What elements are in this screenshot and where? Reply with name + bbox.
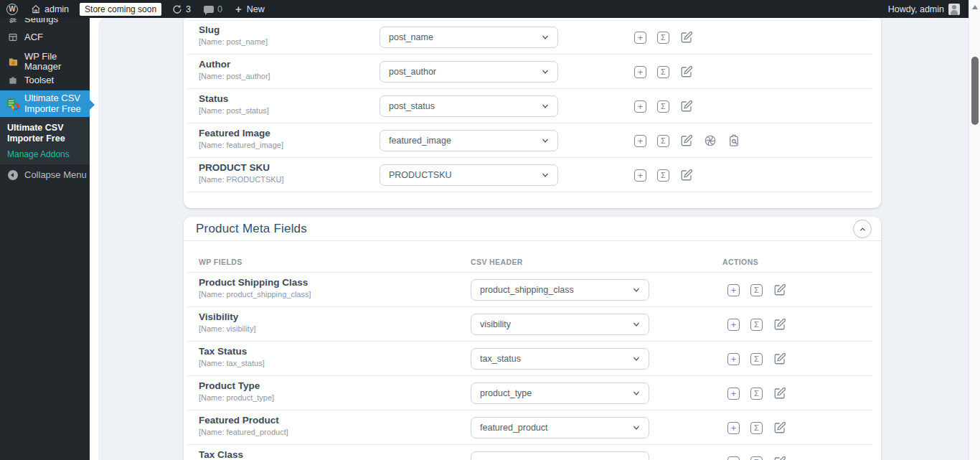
edit-button[interactable]	[773, 352, 786, 365]
edit-button[interactable]	[773, 283, 786, 296]
edit-button[interactable]	[773, 456, 786, 460]
aperture-icon[interactable]	[704, 134, 717, 147]
edit-button[interactable]	[680, 134, 693, 147]
wp-field-label: Status	[199, 93, 269, 104]
featured-image-extra-actions	[704, 134, 740, 147]
add-mapping-button[interactable]: +	[727, 456, 740, 460]
add-mapping-button[interactable]: +	[727, 284, 740, 296]
submenu-item-manage-addons[interactable]: Manage Addons	[7, 149, 83, 159]
comments-indicator[interactable]: 0	[197, 0, 229, 18]
sidebar-item-acf[interactable]: ACF	[0, 28, 90, 47]
formula-button[interactable]: Σ	[750, 422, 763, 434]
formula-button[interactable]: Σ	[657, 66, 669, 78]
field-mapping-row: Status [Name: post_status] post_status +…	[184, 89, 881, 123]
edit-button[interactable]	[680, 31, 693, 44]
wp-field-name: [Name: featured_image]	[199, 141, 283, 149]
wp-field-name: [Name: post_author]	[199, 72, 270, 80]
csv-header-select[interactable]: featured_image	[380, 130, 558, 151]
csv-header-select[interactable]: post_status	[380, 95, 558, 117]
csv-header-selected-value: product_type	[480, 388, 632, 398]
add-mapping-button[interactable]: +	[634, 100, 646, 113]
csv-header-select[interactable]: visibility	[471, 314, 649, 335]
column-header-row: WP FIELDS CSV HEADER ACTIONS	[184, 241, 881, 273]
add-mapping-button[interactable]: +	[727, 422, 740, 434]
wp-field-name: [Name: tax_status]	[199, 359, 265, 367]
my-account-menu[interactable]: Howdy, admin	[884, 0, 964, 18]
add-mapping-button[interactable]: +	[634, 32, 646, 44]
wp-field-label: Product Type	[199, 380, 274, 391]
formula-button[interactable]: Σ	[657, 135, 669, 147]
csv-importer-submenu: Ultimate CSV Importer Free Manage Addons	[0, 117, 90, 164]
post-fields-card: Slug [Name: post_name] post_name + Σ Aut…	[184, 18, 881, 208]
site-name-link[interactable]: admin	[24, 0, 75, 18]
formula-button[interactable]: Σ	[750, 319, 763, 331]
add-mapping-button[interactable]: +	[727, 388, 740, 400]
edit-button[interactable]	[773, 318, 786, 331]
row-actions: + Σ	[634, 55, 693, 89]
scrollbar-thumb[interactable]	[971, 57, 979, 125]
formula-button[interactable]: Σ	[750, 388, 763, 400]
avatar	[948, 4, 960, 15]
csv-header-select[interactable]: PRODUCTSKU	[380, 164, 558, 186]
field-mapping-row: Tax Class + Σ	[184, 445, 881, 460]
add-mapping-button[interactable]: +	[634, 169, 646, 182]
row-actions: + Σ	[727, 307, 786, 342]
add-mapping-button[interactable]: +	[634, 66, 646, 78]
formula-button[interactable]: Σ	[750, 353, 763, 365]
edit-button[interactable]	[773, 421, 786, 434]
csv-header-select[interactable]: post_name	[380, 27, 558, 48]
csv-header-select[interactable]: product_shipping_class	[471, 279, 649, 301]
formula-button[interactable]: Σ	[657, 32, 669, 44]
howdy-text: Howdy, admin	[888, 4, 944, 14]
csv-header-selected-value: featured_image	[389, 136, 541, 146]
csv-header-select[interactable]: tax_status	[471, 348, 649, 370]
wp-field: Status [Name: post_status]	[199, 93, 269, 115]
edit-button[interactable]	[680, 169, 693, 182]
wp-field-label: Tax Status	[199, 346, 265, 357]
sidebar-item-wp-file-manager[interactable]: @ WP File Manager	[0, 52, 90, 71]
formula-button[interactable]: Σ	[750, 456, 763, 460]
coming-soon-badge[interactable]: Store coming soon	[80, 3, 161, 16]
add-mapping-button[interactable]: +	[634, 135, 646, 147]
chevron-down-icon	[541, 171, 550, 179]
formula-button[interactable]: Σ	[750, 284, 763, 296]
csv-header-select[interactable]: featured_product	[471, 417, 649, 438]
sidebar-item-ultimate-csv-importer[interactable]: Ultimate CSV Importer Free	[0, 90, 90, 117]
csv-header-selected-value: post_author	[389, 67, 541, 77]
clipboard-search-button[interactable]	[727, 134, 740, 147]
field-mapping-row: Product Shipping Class [Name: product_sh…	[184, 273, 881, 307]
csv-header-selected-value: visibility	[480, 319, 632, 329]
edit-button[interactable]	[680, 65, 693, 78]
collapse-section-button[interactable]	[853, 220, 872, 238]
meta-fields-rows: Product Shipping Class [Name: product_sh…	[184, 273, 881, 460]
csv-header-selected-value: post_name	[389, 32, 541, 42]
admin-content-area: Slug [Name: post_name] post_name + Σ Aut…	[90, 18, 969, 460]
csv-header-select[interactable]	[471, 451, 649, 460]
page-scrollbar[interactable]	[969, 0, 980, 460]
field-mapping-row: Product Type [Name: product_type] produc…	[184, 376, 881, 410]
csv-header-select[interactable]: post_author	[380, 61, 558, 83]
scrollbar-up-arrow[interactable]	[972, 5, 978, 9]
sidebar-item-settings[interactable]: Settings	[0, 18, 90, 29]
wordpress-logo-menu[interactable]: W	[0, 0, 24, 18]
formula-button[interactable]: Σ	[657, 169, 669, 182]
edit-button[interactable]	[773, 387, 786, 400]
csv-header-select[interactable]: product_type	[471, 382, 649, 404]
sidebar-item-toolset[interactable]: Toolset	[0, 71, 90, 90]
add-mapping-button[interactable]: +	[727, 319, 740, 331]
new-content-menu[interactable]: + New	[229, 0, 271, 18]
field-mapping-row: PRODUCT SKU [Name: PRODUCTSKU] PRODUCTSK…	[184, 158, 881, 192]
collapse-menu-button[interactable]: Collapse Menu	[0, 166, 90, 184]
row-actions: + Σ	[634, 89, 693, 123]
updates-indicator[interactable]: 3	[166, 0, 197, 18]
wp-field-label: Author	[199, 59, 270, 70]
field-mapping-row: Slug [Name: post_name] post_name + Σ	[184, 20, 881, 55]
edit-button[interactable]	[680, 100, 693, 113]
admin-bar: W admin Store coming soon 3 0 + New Howd…	[0, 0, 969, 18]
add-mapping-button[interactable]: +	[727, 353, 740, 365]
row-actions: + Σ	[634, 158, 693, 192]
wp-field: Visibility [Name: visibility]	[199, 311, 255, 333]
formula-button[interactable]: Σ	[657, 100, 669, 113]
submenu-item-ultimate-csv-importer[interactable]: Ultimate CSV Importer Free	[7, 123, 83, 144]
wp-field: Product Type [Name: product_type]	[199, 380, 274, 402]
